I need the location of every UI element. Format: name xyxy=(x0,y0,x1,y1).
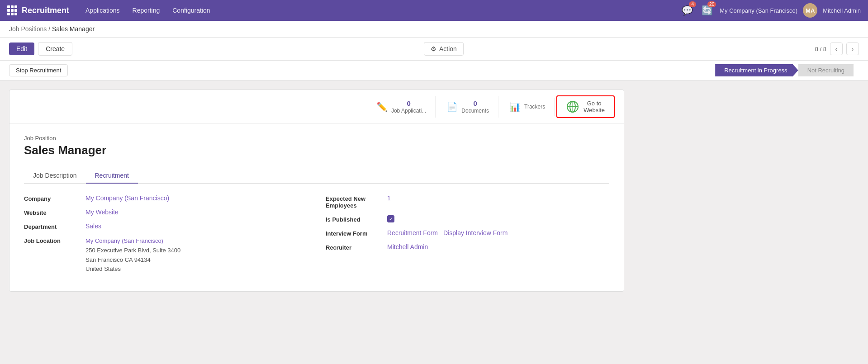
app-logo[interactable]: Recruitment xyxy=(7,5,69,15)
website-field: Website My Website xyxy=(24,208,299,216)
website-value[interactable]: My Website xyxy=(85,208,119,216)
edit-button[interactable]: Edit xyxy=(9,43,34,55)
edit-icon: ✏️ xyxy=(376,101,388,112)
department-label: Department xyxy=(24,222,78,230)
is-published-field: Is Published ✓ xyxy=(326,215,591,223)
company-field: Company My Company (San Francisco) xyxy=(24,194,299,202)
recruiter-label: Recruiter xyxy=(326,243,380,251)
avatar[interactable]: MA xyxy=(803,3,817,18)
applications-label: Job Applicati... xyxy=(391,108,426,114)
globe-icon xyxy=(566,100,579,113)
expected-employees-label: Expected New Employees xyxy=(326,194,380,209)
display-interview-link[interactable]: Display Interview Form xyxy=(443,229,508,236)
company-label: Company xyxy=(24,194,78,202)
notifications-button[interactable]: 💬 4 xyxy=(680,3,694,18)
is-published-label: Is Published xyxy=(326,215,380,223)
documents-count: 0 xyxy=(461,99,489,107)
action-button[interactable]: ⚙ Action xyxy=(424,42,464,56)
company-label: My Company (San Francisco) xyxy=(720,7,797,14)
job-location-city: San Francisco CA 94134 xyxy=(85,256,151,263)
form-toolbar: Edit Create ⚙ Action 8 / 8 ‹ › xyxy=(0,38,868,61)
recruiter-field: Recruiter Mitchell Admin xyxy=(326,243,591,251)
expected-employees-value[interactable]: 1 xyxy=(387,194,391,202)
form-body: Job Position Sales Manager Job Descripti… xyxy=(9,124,624,291)
right-field-group: Expected New Employees 1 Is Published ✓ … xyxy=(317,194,609,280)
company-value[interactable]: My Company (San Francisco) xyxy=(85,194,169,202)
menu-configuration[interactable]: Configuration xyxy=(167,4,215,17)
left-field-group: Company My Company (San Francisco) Websi… xyxy=(24,194,317,280)
status-bar: Recruitment in Progress Not Recruiting xyxy=(715,64,854,76)
document-icon: 📄 xyxy=(446,101,458,112)
documents-smart-btn[interactable]: 📄 0 Documents xyxy=(437,96,498,118)
breadcrumb-current: Sales Manager xyxy=(52,25,95,33)
grid-icon xyxy=(7,5,17,15)
job-location-field: Job Location My Company (San Francisco) … xyxy=(24,236,299,274)
pagination-text: 8 / 8 xyxy=(815,46,826,52)
applications-smart-btn[interactable]: ✏️ 0 Job Applicati... xyxy=(367,96,436,118)
goto-line2: Website xyxy=(583,107,605,113)
gear-icon: ⚙ xyxy=(431,45,436,52)
recruiter-value[interactable]: Mitchell Admin xyxy=(387,243,428,251)
main-content: ✏️ 0 Job Applicati... 📄 0 Documents 📊 Tr… xyxy=(0,80,868,301)
top-navigation: Recruitment Applications Reporting Confi… xyxy=(0,0,868,21)
trackers-smart-btn[interactable]: 📊 Trackers xyxy=(500,98,555,116)
recruitment-form-link[interactable]: Recruitment Form xyxy=(387,229,438,236)
breadcrumb: Job Positions / Sales Manager xyxy=(0,21,868,38)
updates-button[interactable]: 🔄 20 xyxy=(700,3,714,18)
app-name: Recruitment xyxy=(22,6,69,15)
smart-buttons: ✏️ 0 Job Applicati... 📄 0 Documents 📊 Tr… xyxy=(9,90,624,124)
goto-website-button[interactable]: Go to Website xyxy=(556,95,615,118)
interview-form-field: Interview Form Recruitment Form Display … xyxy=(326,229,591,237)
user-label: Mitchell Admin xyxy=(823,7,861,14)
tab-recruitment[interactable]: Recruitment xyxy=(86,168,138,184)
department-field: Department Sales xyxy=(24,222,299,230)
top-menu: Applications Reporting Configuration xyxy=(80,4,680,17)
action-label: Action xyxy=(439,45,457,52)
form-card: ✏️ 0 Job Applicati... 📄 0 Documents 📊 Tr… xyxy=(9,90,624,292)
job-location-name[interactable]: My Company (San Francisco) xyxy=(85,237,163,244)
topnav-right: 💬 4 🔄 20 My Company (San Francisco) MA M… xyxy=(680,3,861,18)
job-location-label: Job Location xyxy=(24,236,78,244)
job-location-address: 250 Executive Park Blvd, Suite 3400 xyxy=(85,247,180,254)
pagination-next[interactable]: › xyxy=(846,43,859,55)
documents-label: Documents xyxy=(461,108,489,114)
pagination-prev[interactable]: ‹ xyxy=(830,43,843,55)
is-published-checkbox[interactable]: ✓ xyxy=(387,215,394,222)
job-location-country: United States xyxy=(85,265,121,272)
form-section-label: Job Position xyxy=(24,135,609,142)
notifications-badge: 4 xyxy=(689,1,696,7)
updates-badge: 20 xyxy=(707,1,716,7)
menu-reporting[interactable]: Reporting xyxy=(127,4,166,17)
expected-employees-field: Expected New Employees 1 xyxy=(326,194,591,209)
status-not-recruiting: Not Recruiting xyxy=(798,64,854,76)
applications-count: 0 xyxy=(391,99,426,107)
tab-job-description[interactable]: Job Description xyxy=(24,168,86,184)
job-location-value: My Company (San Francisco) 250 Executive… xyxy=(85,236,180,274)
pagination: 8 / 8 ‹ › xyxy=(815,43,859,55)
trackers-label: Trackers xyxy=(524,104,545,110)
create-button[interactable]: Create xyxy=(38,42,72,56)
department-value[interactable]: Sales xyxy=(85,222,101,230)
status-recruiting: Recruitment in Progress xyxy=(715,64,798,76)
stop-recruitment-button[interactable]: Stop Recruitment xyxy=(9,64,68,76)
breadcrumb-parent[interactable]: Job Positions xyxy=(9,25,47,33)
website-label: Website xyxy=(24,208,78,216)
breadcrumb-separator: / xyxy=(48,25,52,33)
menu-applications[interactable]: Applications xyxy=(80,4,125,17)
goto-line1: Go to xyxy=(583,100,605,107)
fields-grid: Company My Company (San Francisco) Websi… xyxy=(24,194,609,280)
action-bar: Stop Recruitment Recruitment in Progress… xyxy=(0,61,868,80)
chart-icon: 📊 xyxy=(509,101,521,112)
interview-form-label: Interview Form xyxy=(326,229,380,237)
form-tabs: Job Description Recruitment xyxy=(24,168,609,184)
form-title: Sales Manager xyxy=(24,143,609,157)
